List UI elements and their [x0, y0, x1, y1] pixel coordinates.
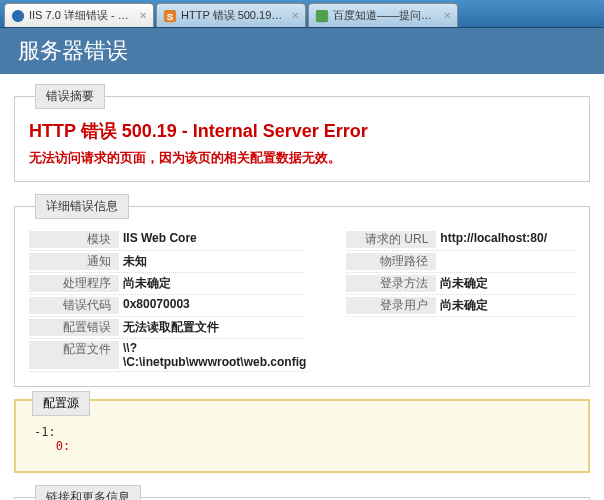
detail-label: 登录方法: [346, 275, 436, 292]
detail-label: 配置错误: [29, 319, 119, 336]
detail-label: 配置文件: [29, 341, 119, 369]
code-line: 0:: [34, 439, 70, 453]
error-summary-section: 错误摘要 HTTP 错误 500.19 - Internal Server Er…: [14, 84, 590, 182]
detail-value: IIS Web Core: [119, 231, 306, 248]
detail-row: 通知未知: [29, 251, 306, 273]
detail-row: 登录用户尚未确定: [346, 295, 575, 317]
detail-label: 请求的 URL: [346, 231, 436, 248]
svg-text:S: S: [167, 10, 174, 21]
detail-row: 配置文件\\?\C:\inetpub\wwwroot\web.config: [29, 339, 306, 372]
sogou-icon: S: [163, 9, 177, 23]
error-details-section: 详细错误信息 模块IIS Web Core 通知未知 处理程序尚未确定 错误代码…: [14, 194, 590, 387]
browser-tab-baidu[interactable]: 百度知道——提问问题 ✕: [308, 3, 458, 27]
tab-label: IIS 7.0 详细错误 - 500.1...: [29, 8, 131, 23]
detail-label: 处理程序: [29, 275, 119, 292]
details-right-column: 请求的 URLhttp://localhost:80/ 物理路径 登录方法尚未确…: [346, 229, 575, 372]
details-left-column: 模块IIS Web Core 通知未知 处理程序尚未确定 错误代码0x80070…: [29, 229, 306, 372]
browser-tab-iis[interactable]: IIS 7.0 详细错误 - 500.1... ✕: [4, 3, 154, 27]
content-area: 错误摘要 HTTP 错误 500.19 - Internal Server Er…: [0, 74, 604, 500]
baidu-icon: [315, 9, 329, 23]
detail-value: 未知: [119, 253, 306, 270]
detail-row: 配置错误无法读取配置文件: [29, 317, 306, 339]
detail-value: \\?\C:\inetpub\wwwroot\web.config: [119, 341, 306, 369]
detail-row: 登录方法尚未确定: [346, 273, 575, 295]
error-title: HTTP 错误 500.19 - Internal Server Error: [29, 119, 575, 143]
config-source-code: -1: 0:: [30, 409, 574, 457]
details-legend: 详细错误信息: [35, 194, 129, 219]
detail-value: 尚未确定: [436, 275, 575, 292]
config-source-section: 配置源 -1: 0:: [14, 399, 590, 473]
tab-label: HTTP 错误 500.19 - Inte...: [181, 8, 283, 23]
detail-row: 处理程序尚未确定: [29, 273, 306, 295]
links-more-section: 链接和更多信息: [14, 485, 590, 500]
detail-row: 错误代码0x80070003: [29, 295, 306, 317]
svg-point-0: [12, 9, 24, 21]
code-line-number: -1:: [34, 425, 56, 439]
close-icon[interactable]: ✕: [139, 10, 147, 21]
detail-row: 请求的 URLhttp://localhost:80/: [346, 229, 575, 251]
detail-value: 0x80070003: [119, 297, 306, 314]
detail-label: 物理路径: [346, 253, 436, 270]
page-header: 服务器错误: [0, 28, 604, 74]
detail-value: 无法读取配置文件: [119, 319, 306, 336]
detail-value: 尚未确定: [436, 297, 575, 314]
tab-label: 百度知道——提问问题: [333, 8, 435, 23]
browser-tab-bar: IIS 7.0 详细错误 - 500.1... ✕ S HTTP 错误 500.…: [0, 0, 604, 28]
page-title: 服务器错误: [18, 38, 128, 63]
detail-label: 登录用户: [346, 297, 436, 314]
detail-label: 模块: [29, 231, 119, 248]
summary-legend: 错误摘要: [35, 84, 105, 109]
detail-label: 错误代码: [29, 297, 119, 314]
iis-icon: [11, 9, 25, 23]
browser-tab-sogou[interactable]: S HTTP 错误 500.19 - Inte... ✕: [156, 3, 306, 27]
config-source-legend: 配置源: [32, 391, 90, 416]
svg-rect-3: [316, 9, 328, 21]
detail-label: 通知: [29, 253, 119, 270]
close-icon[interactable]: ✕: [291, 10, 299, 21]
error-subtitle: 无法访问请求的页面，因为该页的相关配置数据无效。: [29, 149, 575, 167]
detail-row: 物理路径: [346, 251, 575, 273]
links-more-legend: 链接和更多信息: [35, 485, 141, 500]
detail-row: 模块IIS Web Core: [29, 229, 306, 251]
detail-value: http://localhost:80/: [436, 231, 575, 248]
detail-value: 尚未确定: [119, 275, 306, 292]
close-icon[interactable]: ✕: [443, 10, 451, 21]
detail-value: [436, 253, 575, 270]
